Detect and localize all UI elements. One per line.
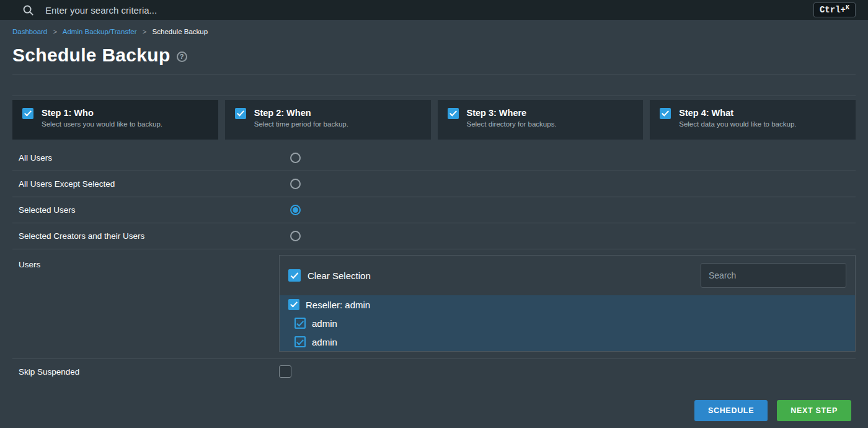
radio-unchecked-icon[interactable] xyxy=(290,179,301,189)
user-item-admin[interactable]: admin xyxy=(280,314,855,332)
users-panel-header: Clear Selection xyxy=(280,256,855,295)
clear-selection-label: Clear Selection xyxy=(308,270,371,281)
radio-unchecked-icon[interactable] xyxy=(290,231,301,241)
step-title: Step 1: Who xyxy=(42,108,162,118)
option-selected-creators[interactable]: Selected Creators and their Users xyxy=(12,223,856,249)
option-selected-users[interactable]: Selected Users xyxy=(12,197,856,223)
checkbox-checked-icon[interactable] xyxy=(22,108,33,119)
section-divider xyxy=(12,96,856,96)
step-card-where[interactable]: Step 3: Where Select directory for backu… xyxy=(438,100,644,140)
title-divider xyxy=(12,74,856,74)
users-search-input[interactable] xyxy=(701,263,846,288)
step-card-who[interactable]: Step 1: Who Select users you would like … xyxy=(12,100,218,140)
global-search-input[interactable] xyxy=(44,4,813,16)
step-title: Step 2: When xyxy=(254,108,348,118)
checkbox-checked-icon[interactable] xyxy=(288,269,301,282)
step-subtitle: Select data you would like to backup. xyxy=(679,120,796,128)
skip-suspended-row[interactable]: Skip Suspended xyxy=(12,359,856,384)
breadcrumb-current: Schedule Backup xyxy=(153,28,208,35)
shortcut-key: K xyxy=(846,5,849,11)
option-all-users[interactable]: All Users xyxy=(12,145,856,171)
checkbox-checked-icon[interactable] xyxy=(294,318,306,329)
user-item-label: admin xyxy=(312,337,337,347)
step-text: Step 1: Who Select users you would like … xyxy=(42,108,162,128)
page-content: Dashboard > Admin Backup/Transfer > Sche… xyxy=(0,28,868,421)
option-label: All Users Except Selected xyxy=(19,179,290,189)
step-text: Step 4: What Select data you would like … xyxy=(679,108,796,128)
users-section: Users Clear Selection Reseller: admin ad… xyxy=(12,249,856,359)
page-title: Schedule Backup xyxy=(12,45,170,66)
user-item-label: admin xyxy=(312,318,337,329)
breadcrumb-dashboard[interactable]: Dashboard xyxy=(12,28,47,35)
checkbox-checked-icon[interactable] xyxy=(294,336,306,347)
title-row: Schedule Backup ? xyxy=(12,45,856,66)
step-title: Step 4: What xyxy=(679,108,796,118)
user-item-admin[interactable]: admin xyxy=(280,332,855,351)
search-icon[interactable] xyxy=(22,4,34,16)
step-subtitle: Select users you would like to backup. xyxy=(42,120,162,128)
breadcrumb-separator: > xyxy=(143,28,147,35)
breadcrumb-admin-backup-transfer[interactable]: Admin Backup/Transfer xyxy=(63,28,137,35)
radio-checked-icon[interactable] xyxy=(290,205,301,215)
step-subtitle: Select time period for backup. xyxy=(254,120,348,128)
step-card-what[interactable]: Step 4: What Select data you would like … xyxy=(650,100,856,140)
who-options: All Users All Users Except Selected Sele… xyxy=(12,145,856,249)
checkbox-unchecked-icon[interactable] xyxy=(279,365,291,378)
user-item-label: Reseller: admin xyxy=(306,300,370,310)
radio-unchecked-icon[interactable] xyxy=(290,153,301,163)
skip-suspended-label: Skip Suspended xyxy=(19,367,279,377)
option-label: All Users xyxy=(19,153,290,163)
clear-selection[interactable]: Clear Selection xyxy=(288,269,371,282)
checkbox-checked-icon[interactable] xyxy=(235,108,246,119)
wizard-steps: Step 1: Who Select users you would like … xyxy=(12,100,856,140)
breadcrumb-separator: > xyxy=(53,28,57,35)
next-step-button[interactable]: NEXT STEP xyxy=(777,400,851,421)
breadcrumb: Dashboard > Admin Backup/Transfer > Sche… xyxy=(12,28,856,35)
users-panel: Clear Selection Reseller: admin admin ad… xyxy=(279,255,856,352)
step-subtitle: Select directory for backups. xyxy=(467,120,557,128)
user-item-reseller-admin[interactable]: Reseller: admin xyxy=(280,295,855,314)
users-label: Users xyxy=(19,255,279,269)
top-search-bar: Ctrl+K xyxy=(0,0,868,20)
keyboard-shortcut-badge: Ctrl+K xyxy=(813,2,856,17)
action-buttons: SCHEDULE NEXT STEP xyxy=(12,400,851,421)
option-label: Selected Creators and their Users xyxy=(19,231,290,241)
shortcut-prefix: Ctrl+ xyxy=(820,6,846,14)
option-all-users-except-selected[interactable]: All Users Except Selected xyxy=(12,171,856,197)
schedule-button[interactable]: SCHEDULE xyxy=(694,400,768,421)
checkbox-checked-icon[interactable] xyxy=(448,108,459,119)
help-icon[interactable]: ? xyxy=(177,51,187,62)
step-title: Step 3: Where xyxy=(467,108,557,118)
checkbox-checked-icon[interactable] xyxy=(660,108,671,119)
option-label: Selected Users xyxy=(19,205,290,215)
step-card-when[interactable]: Step 2: When Select time period for back… xyxy=(225,100,431,140)
step-text: Step 3: Where Select directory for backu… xyxy=(467,108,557,128)
step-text: Step 2: When Select time period for back… xyxy=(254,108,348,128)
checkbox-checked-icon[interactable] xyxy=(288,299,299,310)
user-list: Reseller: admin admin admin xyxy=(280,295,855,351)
